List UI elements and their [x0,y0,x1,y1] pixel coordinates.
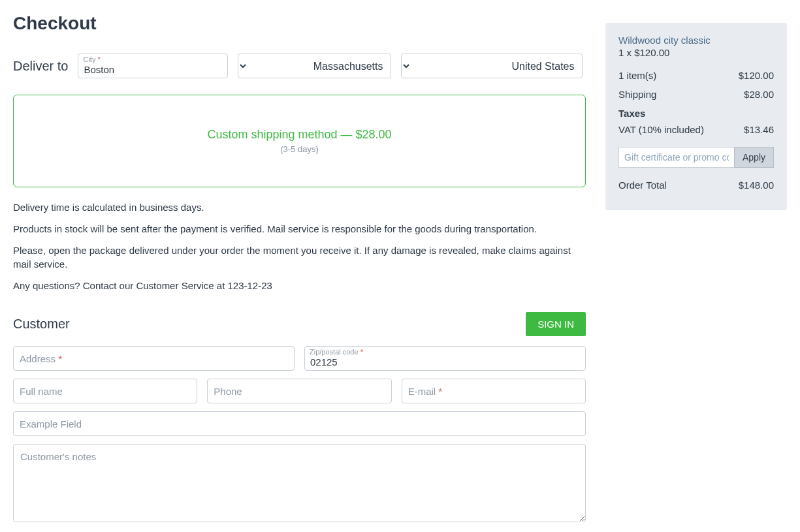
address-field-group: Address * [13,346,295,371]
example-input[interactable] [13,411,586,436]
zip-input[interactable] [304,346,586,371]
phone-input[interactable] [207,379,391,403]
summary-items-value: $120.00 [739,70,774,81]
state-select[interactable]: Massachusetts [238,54,391,78]
summary-total-row: Order Total $148.00 [618,180,774,191]
fullname-field-group: Full name [13,379,197,403]
summary-shipping-value: $28.00 [744,89,774,100]
summary-items-label: 1 item(s) [618,70,656,81]
info-line: Delivery time is calculated in business … [13,200,586,214]
info-line: Products in stock will be sent after the… [13,222,586,236]
example-field-group: Example Field [13,411,586,436]
info-line: Any questions? Contact our Customer Serv… [13,279,586,292]
email-input[interactable] [402,379,586,403]
summary-product-qty: 1 x $120.00 [618,47,774,58]
shipping-method-subtitle: (3-5 days) [27,144,572,154]
summary-vat-value: $13.46 [744,124,774,135]
country-field-group: United States [401,54,583,78]
shipping-method-title: Custom shipping method — $28.00 [27,128,572,142]
city-field-group: City * [78,54,228,78]
summary-vat-row: VAT (10% included) $13.46 [618,124,774,135]
summary-total-label: Order Total [618,180,667,191]
summary-shipping-row: Shipping $28.00 [618,89,774,100]
order-summary-sidebar: Wildwood city classic 1 x $120.00 1 item… [605,23,787,210]
shipping-info-text: Delivery time is calculated in business … [13,200,586,292]
summary-product-name: Wildwood city classic [618,35,774,46]
shipping-method-card[interactable]: Custom shipping method — $28.00 (3-5 day… [13,95,586,187]
customer-heading: Customer [13,317,70,332]
page-title: Checkout [13,13,586,34]
deliver-to-label: Deliver to [13,59,68,74]
promo-row: Apply [618,147,774,168]
customer-notes-textarea[interactable] [13,444,586,522]
promo-input[interactable] [618,147,734,168]
city-input[interactable] [78,54,228,78]
apply-promo-button[interactable]: Apply [734,147,774,168]
phone-field-group: Phone [207,379,391,403]
country-select[interactable]: United States [401,54,583,78]
email-field-group: E-mail * [402,379,586,403]
zip-field-group: Zip/postal code * [304,346,586,371]
summary-vat-label: VAT (10% included) [618,124,704,135]
summary-shipping-label: Shipping [618,89,656,100]
deliver-to-row: Deliver to City * Massachusetts United S… [13,54,586,78]
info-line: Please, open the package delivered under… [13,243,586,271]
fullname-input[interactable] [13,379,197,403]
sign-in-button[interactable]: SIGN IN [526,312,586,336]
summary-total-value: $148.00 [739,180,774,191]
address-input[interactable] [13,346,295,371]
summary-taxes-label: Taxes [618,108,774,119]
state-field-group: Massachusetts [238,54,391,78]
summary-items-row: 1 item(s) $120.00 [618,70,774,81]
